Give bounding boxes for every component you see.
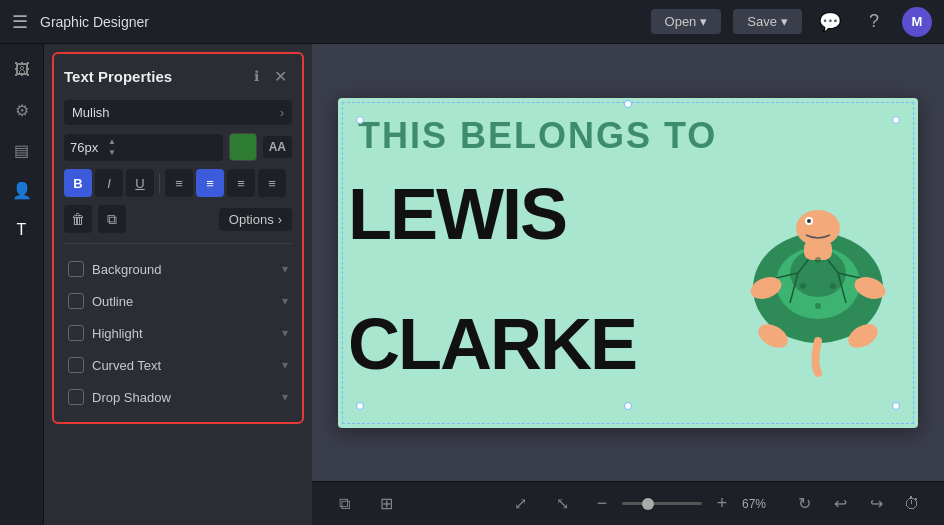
canvas-card[interactable]: THIS BELONGS TO LEWIS CLARKE xyxy=(338,98,918,428)
props-header: Text Properties ℹ ✕ xyxy=(64,64,292,88)
menu-icon[interactable]: ☰ xyxy=(12,11,28,33)
svg-point-19 xyxy=(800,283,806,289)
info-button[interactable]: ℹ xyxy=(244,64,268,88)
refresh-button[interactable]: ↻ xyxy=(788,488,820,520)
checkbox-section: Background ▾ Outline ▾ Highlight ▾ Curve… xyxy=(64,254,292,412)
options-chevron-icon: › xyxy=(278,212,282,227)
curved-text-chevron-icon: ▾ xyxy=(282,358,288,372)
sidebar-item-users[interactable]: 👤 xyxy=(4,172,40,208)
zoom-slider[interactable] xyxy=(622,502,702,505)
undo-button[interactable]: ↩ xyxy=(824,488,856,520)
zoom-out-button[interactable]: − xyxy=(588,490,616,518)
drop-shadow-chevron-icon: ▾ xyxy=(282,390,288,404)
align-left-button[interactable]: ≡ xyxy=(165,169,193,197)
background-chevron-icon: ▾ xyxy=(282,262,288,276)
size-steppers: ▲ ▼ xyxy=(106,137,118,158)
bottom-right-buttons: ↻ ↩ ↪ ⏱ xyxy=(788,488,928,520)
fit-screen-button[interactable]: ⤢ xyxy=(504,488,536,520)
svg-point-18 xyxy=(815,257,821,263)
format-separator xyxy=(159,173,160,193)
sidebar-item-filter[interactable]: ⚙ xyxy=(4,92,40,128)
options-button[interactable]: Options › xyxy=(219,208,292,231)
turtle-illustration xyxy=(718,158,918,408)
font-name: Mulish xyxy=(72,105,280,120)
svg-point-21 xyxy=(815,303,821,309)
drop-shadow-checkbox[interactable] xyxy=(68,389,84,405)
main-layout: 🖼 ⚙ ▤ 👤 T Text Properties ℹ ✕ Mulish › xyxy=(0,44,944,525)
canvas-text-first: LEWIS xyxy=(348,178,566,250)
align-center-button[interactable]: ≡ xyxy=(196,169,224,197)
drop-shadow-label: Drop Shadow xyxy=(92,390,274,405)
save-chevron-icon: ▾ xyxy=(781,14,788,29)
svg-point-12 xyxy=(807,219,811,223)
zoom-level: 67% xyxy=(742,497,778,511)
size-color-row: ▲ ▼ AA xyxy=(64,133,292,161)
font-size-input[interactable] xyxy=(70,140,106,155)
background-row[interactable]: Background ▾ xyxy=(64,254,292,284)
outline-checkbox[interactable] xyxy=(68,293,84,309)
canvas-area: THIS BELONGS TO LEWIS CLARKE xyxy=(312,44,944,525)
curved-text-row[interactable]: Curved Text ▾ xyxy=(64,350,292,380)
highlight-row[interactable]: Highlight ▾ xyxy=(64,318,292,348)
properties-panel: Text Properties ℹ ✕ Mulish › ▲ ▼ xyxy=(44,44,312,525)
sidebar-item-image[interactable]: 🖼 xyxy=(4,52,40,88)
size-down-button[interactable]: ▼ xyxy=(106,148,118,158)
outline-label: Outline xyxy=(92,294,274,309)
text-case-button[interactable]: AA xyxy=(263,136,292,158)
sidebar-item-text[interactable]: T xyxy=(4,212,40,248)
zoom-controls: − + 67% xyxy=(588,490,778,518)
options-row: 🗑 ⧉ Options › xyxy=(64,205,292,244)
format-row: B I U ≡ ≡ ≡ ≡ xyxy=(64,169,292,197)
redo-button[interactable]: ↪ xyxy=(860,488,892,520)
handle-top-right[interactable] xyxy=(892,116,900,124)
handle-top-left[interactable] xyxy=(356,116,364,124)
layers-bottom-button[interactable]: ⧉ xyxy=(328,488,360,520)
save-button[interactable]: Save ▾ xyxy=(733,9,802,34)
canvas-viewport[interactable]: THIS BELONGS TO LEWIS CLARKE xyxy=(312,44,944,481)
background-checkbox[interactable] xyxy=(68,261,84,277)
delete-button[interactable]: 🗑 xyxy=(64,205,92,233)
size-up-button[interactable]: ▲ xyxy=(106,137,118,147)
highlight-chevron-icon: ▾ xyxy=(282,326,288,340)
zoom-in-button[interactable]: + xyxy=(708,490,736,518)
handle-bottom-left[interactable] xyxy=(356,402,364,410)
handle-bottom-right[interactable] xyxy=(892,402,900,410)
font-selector[interactable]: Mulish › xyxy=(64,100,292,125)
align-right-button[interactable]: ≡ xyxy=(227,169,255,197)
app-title: Graphic Designer xyxy=(40,14,149,30)
topbar: ☰ Graphic Designer Open ▾ Save ▾ 💬 ? M xyxy=(0,0,944,44)
underline-button[interactable]: U xyxy=(126,169,154,197)
chat-button[interactable]: 💬 xyxy=(814,6,846,38)
history-button[interactable]: ⏱ xyxy=(896,488,928,520)
canvas-text-last: CLARKE xyxy=(348,308,636,380)
icon-sidebar: 🖼 ⚙ ▤ 👤 T xyxy=(0,44,44,525)
italic-button[interactable]: I xyxy=(95,169,123,197)
canvas-text-belongs: THIS BELONGS TO xyxy=(358,116,758,156)
open-chevron-icon: ▾ xyxy=(700,14,707,29)
help-button[interactable]: ? xyxy=(858,6,890,38)
size-input-wrap: ▲ ▼ xyxy=(64,134,223,161)
open-button[interactable]: Open ▾ xyxy=(651,9,722,34)
props-panel-inner: Text Properties ℹ ✕ Mulish › ▲ ▼ xyxy=(52,52,304,424)
handle-bottom[interactable] xyxy=(624,402,632,410)
handle-top[interactable] xyxy=(624,100,632,108)
highlight-checkbox[interactable] xyxy=(68,325,84,341)
bold-button[interactable]: B xyxy=(64,169,92,197)
fit-width-button[interactable]: ⤡ xyxy=(546,488,578,520)
color-swatch[interactable] xyxy=(229,133,257,161)
props-title: Text Properties xyxy=(64,68,244,85)
svg-point-20 xyxy=(830,283,836,289)
duplicate-button[interactable]: ⧉ xyxy=(98,205,126,233)
outline-row[interactable]: Outline ▾ xyxy=(64,286,292,316)
grid-bottom-button[interactable]: ⊞ xyxy=(370,488,402,520)
curved-text-checkbox[interactable] xyxy=(68,357,84,373)
outline-chevron-icon: ▾ xyxy=(282,294,288,308)
highlight-label: Highlight xyxy=(92,326,274,341)
bottombar: ⧉ ⊞ ⤢ ⤡ − + 67% ↻ ↩ ↪ ⏱ xyxy=(312,481,944,525)
sidebar-item-layers[interactable]: ▤ xyxy=(4,132,40,168)
align-justify-button[interactable]: ≡ xyxy=(258,169,286,197)
curved-text-label: Curved Text xyxy=(92,358,274,373)
close-button[interactable]: ✕ xyxy=(268,64,292,88)
drop-shadow-row[interactable]: Drop Shadow ▾ xyxy=(64,382,292,412)
avatar[interactable]: M xyxy=(902,7,932,37)
